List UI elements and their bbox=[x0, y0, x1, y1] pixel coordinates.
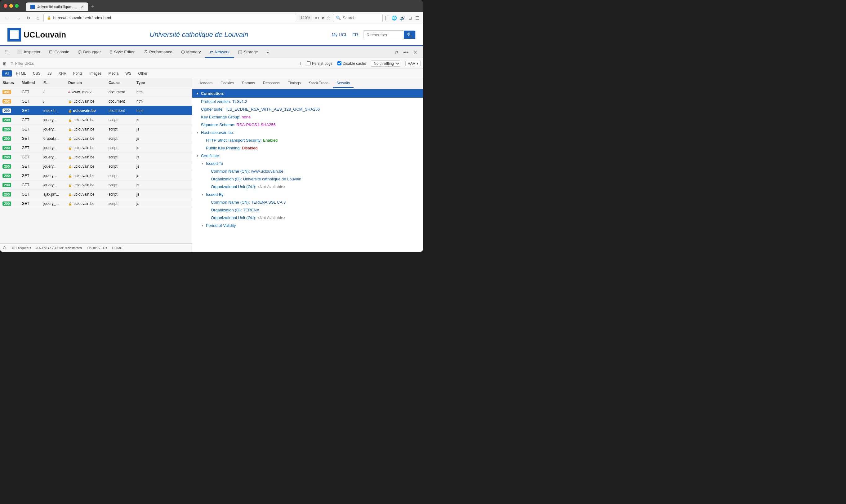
reading-mode-icon[interactable]: ||| bbox=[385, 16, 389, 20]
table-row[interactable]: 200 GET jquery.... 🔒 uclouvain.be script… bbox=[0, 180, 192, 190]
type-filter-html[interactable]: HTML bbox=[13, 70, 29, 76]
site-search[interactable]: 🔍 bbox=[363, 30, 416, 39]
devtools-inspector-tool[interactable]: ⬜ Inspector bbox=[13, 47, 45, 58]
type-filter-all[interactable]: All bbox=[2, 70, 12, 76]
validity-header[interactable]: ▼ Period of Validity bbox=[192, 222, 423, 229]
certificate-section-header[interactable]: ▼ Certificate: bbox=[192, 152, 423, 160]
devtools-memory-tool[interactable]: ◷ Memory bbox=[177, 47, 205, 58]
devtools-style-editor-tool[interactable]: {} Style Editor bbox=[105, 47, 139, 58]
har-button[interactable]: HAR ▾ bbox=[405, 61, 421, 66]
table-row[interactable]: 200 GET drupal.j... 🔒 uclouvain.be scrip… bbox=[0, 134, 192, 143]
pause-button[interactable]: ⏸ bbox=[297, 61, 302, 66]
globe-icon[interactable]: 🌐 bbox=[392, 16, 397, 20]
type-filter-fonts[interactable]: Fonts bbox=[70, 70, 86, 76]
table-row[interactable]: 200 GET jquery.... 🔒 uclouvain.be script… bbox=[0, 171, 192, 180]
issued-by-ou-row: Organizational Unit (OU): <Not Available… bbox=[192, 214, 423, 222]
speaker-icon[interactable]: 🔊 bbox=[400, 16, 405, 20]
menu-button[interactable]: ☰ bbox=[415, 16, 419, 20]
forward-button[interactable]: → bbox=[14, 14, 22, 22]
tab-close-button[interactable]: ✕ bbox=[81, 5, 84, 9]
more-button[interactable]: ••• bbox=[315, 16, 319, 20]
lock-icon: 🔒 bbox=[68, 174, 72, 178]
site-search-input[interactable] bbox=[364, 31, 404, 39]
type-filter-js[interactable]: JS bbox=[45, 70, 55, 76]
site-search-button[interactable]: 🔍 bbox=[404, 31, 415, 39]
home-button[interactable]: ⌂ bbox=[35, 14, 41, 22]
table-row-selected[interactable]: 200 GET index.h... 🔒 uclouvain.be docume… bbox=[0, 106, 192, 115]
devtools-debugger-tool[interactable]: ⬡ Debugger bbox=[73, 47, 105, 58]
connection-section-header[interactable]: ▼ Connection: bbox=[192, 89, 423, 97]
col-header-file[interactable]: F... bbox=[41, 80, 66, 85]
type-filter-ws[interactable]: WS bbox=[122, 70, 134, 76]
table-row[interactable]: 200 GET jquery.... 🔒 uclouvain.be script… bbox=[0, 125, 192, 134]
type-filter-css[interactable]: CSS bbox=[30, 70, 44, 76]
host-section-header[interactable]: ▼ Host uclouvain.be: bbox=[192, 129, 423, 137]
table-row[interactable]: 200 GET ajax.js?... 🔒 uclouvain.be scrip… bbox=[0, 190, 192, 199]
my-ucl-link[interactable]: My UCL bbox=[332, 32, 348, 37]
tab-stack-trace[interactable]: Stack Trace bbox=[305, 79, 332, 88]
tab-favicon bbox=[30, 5, 35, 9]
col-header-cause[interactable]: Cause bbox=[106, 80, 134, 85]
devtools-console-tool[interactable]: ⊡ Console bbox=[45, 47, 73, 58]
col-header-status[interactable]: Status bbox=[0, 80, 19, 85]
table-row[interactable]: 200 GET jquery.... 🔒 uclouvain.be script… bbox=[0, 162, 192, 171]
col-header-domain[interactable]: Domain bbox=[66, 80, 106, 85]
devtools-close-button[interactable]: ✕ bbox=[412, 49, 419, 56]
bookmark-heart-button[interactable]: ♥ bbox=[322, 16, 324, 20]
search-input[interactable] bbox=[343, 16, 380, 20]
table-row[interactable]: 302 GET / 🔒 uclouvain.be document html bbox=[0, 97, 192, 106]
row-status: 200 bbox=[0, 118, 19, 122]
disable-cache-label[interactable]: Disable cache bbox=[337, 61, 366, 66]
devtools-options-button[interactable]: ••• bbox=[402, 49, 410, 56]
tab-headers[interactable]: Headers bbox=[195, 79, 216, 88]
bookmark-star-button[interactable]: ☆ bbox=[327, 16, 331, 20]
tab-security[interactable]: Security bbox=[333, 79, 354, 88]
persist-logs-checkbox[interactable] bbox=[307, 61, 311, 66]
table-row[interactable]: 301 GET / ✏ www.uclouv... document html bbox=[0, 87, 192, 97]
sidebar-icon[interactable]: ⊡ bbox=[408, 16, 412, 20]
issued-to-header[interactable]: ▼ Issued To bbox=[192, 160, 423, 167]
reload-button[interactable]: ↻ bbox=[25, 14, 32, 22]
tab-timings[interactable]: Timings bbox=[284, 79, 304, 88]
col-header-method[interactable]: Method bbox=[19, 80, 41, 85]
tab-params[interactable]: Params bbox=[239, 79, 259, 88]
lang-select[interactable]: FR bbox=[352, 32, 358, 37]
type-filter-other[interactable]: Other bbox=[135, 70, 151, 76]
tab-cookies[interactable]: Cookies bbox=[217, 79, 237, 88]
table-row[interactable]: 200 GET jquery.... 🔒 uclouvain.be script… bbox=[0, 143, 192, 152]
issued-by-header[interactable]: ▼ Issued By bbox=[192, 191, 423, 198]
devtools-performance-tool[interactable]: ⏱ Performance bbox=[139, 47, 176, 58]
minimize-button[interactable] bbox=[9, 4, 13, 8]
devtools-more-tools[interactable]: » bbox=[262, 47, 273, 58]
back-button[interactable]: ← bbox=[4, 14, 12, 22]
maximize-button[interactable] bbox=[15, 4, 19, 8]
devtools-network-tool[interactable]: ⇌ Network bbox=[205, 47, 234, 58]
url-bar-input-wrap[interactable]: 🔒 https://uclouvain.be/fr/index.html bbox=[43, 14, 296, 22]
browser-tab[interactable]: Université catholique de Louva ✕ bbox=[26, 2, 88, 11]
filter-urls-input[interactable] bbox=[15, 61, 52, 66]
debugger-icon: ⬡ bbox=[78, 49, 82, 54]
devtools-pick-tool[interactable]: ⬚ bbox=[2, 47, 13, 58]
close-button[interactable] bbox=[4, 4, 7, 8]
site-logo: UCLouvain bbox=[7, 28, 66, 41]
status-badge: 200 bbox=[2, 146, 11, 150]
throttle-select[interactable]: No throttling bbox=[371, 60, 400, 67]
search-box[interactable]: 🔍 bbox=[333, 14, 383, 22]
disable-cache-checkbox[interactable] bbox=[337, 61, 341, 66]
table-row[interactable]: 200 GET jquery.... 🔒 uclouvain.be script… bbox=[0, 115, 192, 125]
devtools-dock-button[interactable]: ⧉ bbox=[393, 49, 400, 56]
tab-response[interactable]: Response bbox=[259, 79, 283, 88]
table-row[interactable]: 200 GET jquery.... 🔒 uclouvain.be script… bbox=[0, 152, 192, 162]
table-row[interactable]: 200 GET jquery_... 🔒 uclouvain.be script… bbox=[0, 199, 192, 208]
issued-by-cn-label: Common Name (CN): bbox=[211, 200, 250, 204]
col-header-type[interactable]: Type bbox=[134, 80, 153, 85]
pinning-row: Public Key Pinning: Disabled bbox=[192, 144, 423, 152]
type-filter-xhr[interactable]: XHR bbox=[55, 70, 69, 76]
row-domain: 🔒 uclouvain.be bbox=[66, 146, 106, 150]
type-filter-media[interactable]: Media bbox=[105, 70, 122, 76]
persist-logs-label[interactable]: Persist Logs bbox=[307, 61, 332, 66]
clear-requests-button[interactable]: 🗑 bbox=[2, 61, 7, 66]
type-filter-images[interactable]: Images bbox=[86, 70, 105, 76]
new-tab-button[interactable]: + bbox=[88, 2, 98, 11]
devtools-storage-tool[interactable]: ◫ Storage bbox=[234, 47, 262, 58]
